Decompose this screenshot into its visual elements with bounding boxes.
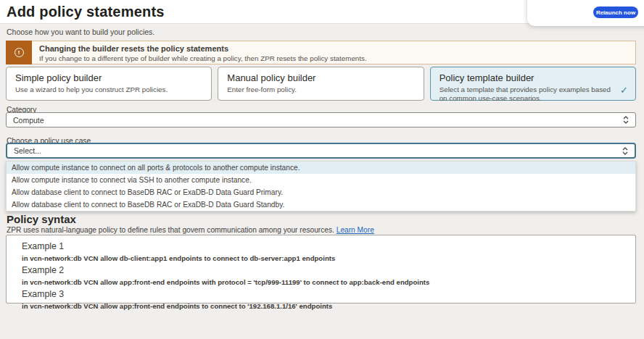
card-description: Enter free-form policy. <box>227 85 414 94</box>
card-title: Simple policy builder <box>15 72 202 83</box>
use-case-option-3[interactable]: Allow database client to connect to Base… <box>7 186 635 198</box>
category-select[interactable]: Compute <box>6 112 636 127</box>
builder-choice-subtitle: Choose how you want to build your polici… <box>7 28 154 36</box>
use-case-option-1[interactable]: Allow compute instance to connect on all… <box>7 162 635 174</box>
use-case-option-4[interactable]: Allow database client to connect to Base… <box>7 198 635 211</box>
example-label: Example 2 <box>22 265 635 275</box>
card-title: Manual policy builder <box>227 72 414 83</box>
use-case-option-2[interactable]: Allow compute instance to connect via SS… <box>7 174 635 186</box>
card-policy-template-builder[interactable]: Policy template builder Select a templat… <box>430 67 636 101</box>
card-title: Policy template builder <box>439 72 627 83</box>
use-case-select[interactable]: Select... <box>6 143 636 159</box>
relaunch-now-button[interactable]: Relaunch now <box>593 7 638 18</box>
policy-syntax-heading: Policy syntax <box>7 213 76 225</box>
example-statement: in vcn-network:db VCN allow app:front-en… <box>22 302 635 310</box>
learn-more-link[interactable]: Learn More <box>337 226 374 234</box>
warning-text: If you change to a different type of bui… <box>39 54 628 62</box>
select-stepper-icon <box>622 147 628 155</box>
page-title: Add policy statements <box>7 4 165 20</box>
warning-body: Changing the builder resets the policy s… <box>32 41 636 64</box>
card-description: Select a template that provides policy e… <box>439 85 627 103</box>
policy-syntax-description: ZPR uses natural-language policy to defi… <box>7 226 374 234</box>
card-description: Use a wizard to help you construct ZPR p… <box>15 85 202 94</box>
card-simple-policy-builder[interactable]: Simple policy builder Use a wizard to he… <box>6 67 212 101</box>
example-statement: in vcn-network:db VCN allow app:front-en… <box>22 278 635 286</box>
policy-syntax-description-text: ZPR uses natural-language policy to defi… <box>7 226 334 234</box>
relaunch-popup: Relaunch now <box>527 0 644 26</box>
select-stepper-icon <box>623 116 629 124</box>
checkmark-icon: ✓ <box>620 85 628 96</box>
card-manual-policy-builder[interactable]: Manual policy builder Enter free-form po… <box>218 67 424 101</box>
use-case-dropdown: Allow compute instance to connect on all… <box>6 161 636 212</box>
warning-title: Changing the builder resets the policy s… <box>39 44 628 53</box>
exclamation-circle-icon: ! <box>15 48 24 57</box>
use-case-select-value: Select... <box>14 146 622 155</box>
warning-banner: ! Changing the builder resets the policy… <box>6 41 636 64</box>
warning-icon-block: ! <box>6 41 32 64</box>
example-statement: in vcn-network:db VCN allow db-client:ap… <box>22 254 635 262</box>
example-label: Example 1 <box>22 241 635 251</box>
example-label: Example 3 <box>22 289 635 299</box>
policy-examples-box: Example 1 in vcn-network:db VCN allow db… <box>6 235 636 304</box>
builder-cards-row: Simple policy builder Use a wizard to he… <box>6 67 636 101</box>
category-select-value: Compute <box>13 116 623 125</box>
